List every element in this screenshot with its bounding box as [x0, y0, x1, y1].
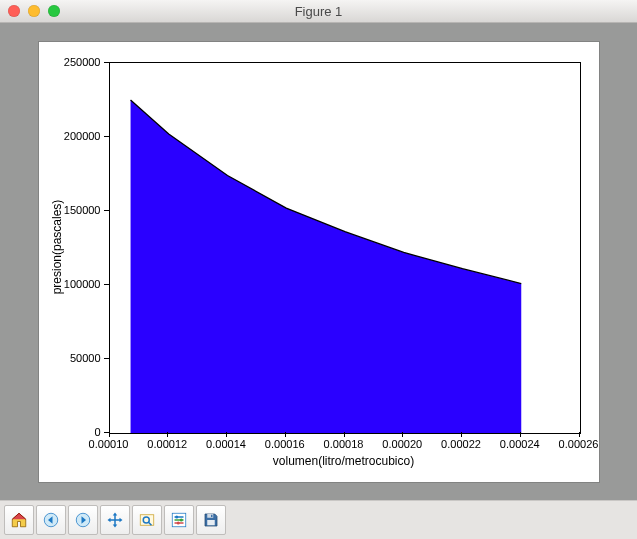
- y-tick: [104, 136, 109, 137]
- svg-point-10: [180, 519, 183, 522]
- x-tick: [109, 432, 110, 437]
- svg-rect-14: [211, 515, 213, 517]
- x-tick: [285, 432, 286, 437]
- sliders-icon: [170, 511, 188, 529]
- x-tick: [402, 432, 403, 437]
- x-tick-label: 0.00026: [559, 438, 599, 450]
- x-tick-label: 0.00014: [206, 438, 246, 450]
- x-tick-label: 0.00016: [265, 438, 305, 450]
- x-tick-label: 0.00024: [500, 438, 540, 450]
- x-tick-label: 0.00020: [382, 438, 422, 450]
- y-tick: [104, 62, 109, 63]
- y-tick-label: 150000: [64, 204, 101, 216]
- y-tick: [104, 210, 109, 211]
- home-icon: [10, 511, 28, 529]
- back-button[interactable]: [36, 505, 66, 535]
- toolbar: [0, 500, 637, 539]
- zoom-icon[interactable]: [48, 5, 60, 17]
- x-tick: [167, 432, 168, 437]
- svg-rect-13: [207, 520, 215, 525]
- x-axis-label: volumen(litro/metrocubico): [273, 454, 414, 468]
- area-fill: [130, 100, 521, 433]
- x-tick: [520, 432, 521, 437]
- x-tick: [226, 432, 227, 437]
- subplots-button[interactable]: [164, 505, 194, 535]
- zoom-rect-button[interactable]: [132, 505, 162, 535]
- figure-area: volumen(litro/metrocubico) presion(pasca…: [0, 23, 637, 500]
- minimize-icon[interactable]: [28, 5, 40, 17]
- y-tick-label: 100000: [64, 278, 101, 290]
- arrow-right-icon: [74, 511, 92, 529]
- move-icon: [106, 511, 124, 529]
- y-tick: [104, 284, 109, 285]
- svg-rect-2: [140, 515, 154, 526]
- plot-axes[interactable]: [109, 62, 581, 434]
- titlebar: Figure 1: [0, 0, 637, 23]
- window-controls: [8, 5, 60, 17]
- y-tick-label: 200000: [64, 130, 101, 142]
- zoom-rect-icon: [138, 511, 156, 529]
- floppy-icon: [202, 511, 220, 529]
- y-tick: [104, 358, 109, 359]
- figure-window: Figure 1 volumen(litro/metrocubico) pres…: [0, 0, 637, 539]
- y-tick-label: 0: [94, 426, 100, 438]
- home-button[interactable]: [4, 505, 34, 535]
- y-tick-label: 250000: [64, 56, 101, 68]
- y-tick-label: 50000: [70, 352, 101, 364]
- svg-point-9: [175, 516, 178, 519]
- x-tick-label: 0.00022: [441, 438, 481, 450]
- x-tick: [579, 432, 580, 437]
- arrow-left-icon: [42, 511, 60, 529]
- area-plot: [110, 63, 580, 433]
- x-tick: [344, 432, 345, 437]
- x-tick-label: 0.00018: [324, 438, 364, 450]
- pan-button[interactable]: [100, 505, 130, 535]
- save-button[interactable]: [196, 505, 226, 535]
- x-tick-label: 0.00010: [89, 438, 129, 450]
- x-tick-label: 0.00012: [147, 438, 187, 450]
- close-icon[interactable]: [8, 5, 20, 17]
- svg-point-11: [177, 522, 180, 525]
- window-title: Figure 1: [0, 4, 637, 19]
- forward-button[interactable]: [68, 505, 98, 535]
- plot-canvas: volumen(litro/metrocubico) presion(pasca…: [39, 42, 599, 482]
- x-tick: [461, 432, 462, 437]
- y-axis-label: presion(pascales): [50, 199, 64, 294]
